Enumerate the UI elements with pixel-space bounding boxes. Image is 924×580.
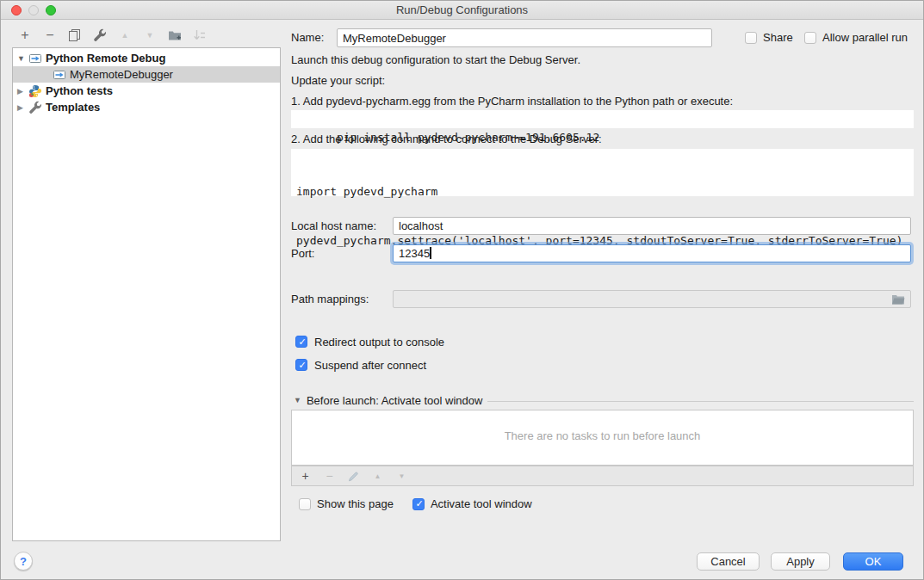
remove-task-button[interactable]: − (324, 470, 335, 482)
tree-item-label: MyRemoteDebugger (70, 68, 173, 81)
move-task-up-button[interactable]: ▲ (372, 470, 383, 482)
share-checkbox[interactable] (745, 32, 757, 44)
suspend-after-connect-checkbox[interactable] (295, 359, 307, 371)
redirect-output-option: Redirect output to console (295, 335, 914, 349)
show-this-page-option: Show this page (299, 497, 394, 510)
step2-text: 2. Add the following command to connect … (291, 133, 602, 146)
update-script-text: Update your script: (291, 74, 385, 88)
before-launch-tasks-list[interactable]: There are no tasks to run before launch (291, 410, 914, 466)
show-this-page-checkbox[interactable] (299, 498, 311, 510)
configuration-form: Name: Share Allow parallel run Launch th… (291, 1, 914, 541)
minimize-window-button[interactable] (28, 5, 39, 15)
move-task-down-button[interactable]: ▼ (396, 470, 407, 482)
close-window-button[interactable] (11, 5, 22, 15)
local-host-input[interactable] (393, 217, 911, 235)
no-tasks-text: There are no tasks to run before launch (505, 429, 701, 446)
path-mappings-input[interactable] (393, 290, 911, 308)
path-mappings-label: Path mappings: (291, 290, 369, 308)
chevron-collapsed-icon[interactable]: ▶ (17, 87, 27, 96)
intro-text: Launch this debug configuration to start… (291, 53, 580, 67)
run-debug-configurations-dialog: Run/Debug Configurations + − ▲ ▼ (0, 0, 924, 580)
configurations-toolbar: + − ▲ ▼ (18, 28, 207, 43)
window-controls (11, 5, 56, 15)
section-divider (487, 401, 914, 402)
move-up-button[interactable]: ▲ (118, 28, 132, 42)
add-configuration-button[interactable]: + (18, 28, 32, 42)
configurations-tree: ▼ Python Remote Debug MyRemoteDebugger (12, 47, 281, 541)
tree-item-myremotedebugger-selected[interactable]: MyRemoteDebugger (13, 66, 280, 83)
browse-folder-icon[interactable] (891, 293, 905, 305)
before-launch-header[interactable]: ▼ Before launch: Activate tool window (291, 393, 914, 407)
cancel-button[interactable]: Cancel (697, 552, 760, 571)
share-option: Share (745, 31, 793, 44)
tree-item-label: Python tests (46, 84, 113, 97)
before-launch-toolbar: + − ▲ ▼ (291, 466, 914, 486)
ok-button[interactable]: OK (843, 552, 903, 571)
move-down-button[interactable]: ▼ (143, 28, 157, 42)
local-host-label: Local host name: (291, 217, 376, 235)
step1-text: 1. Add pydevd-pycharm.egg from the PyCha… (291, 95, 733, 108)
apply-button[interactable]: Apply (771, 552, 830, 571)
tree-item-templates[interactable]: ▶ Templates (13, 99, 280, 115)
activate-tool-window-label: Activate tool window (431, 497, 532, 510)
port-label: Port: (291, 244, 314, 262)
edit-templates-wrench-icon[interactable] (93, 28, 107, 42)
settrace-code-block: import pydevd_pycharm pydevd_pycharm.set… (291, 149, 914, 196)
port-value: 12345 (399, 247, 430, 260)
activate-tool-window-checkbox[interactable] (412, 498, 425, 510)
chevron-collapsed-icon[interactable]: ▶ (17, 103, 27, 112)
allow-parallel-run-checkbox[interactable] (804, 32, 816, 44)
sort-alphabetically-icon[interactable] (193, 28, 207, 42)
redirect-output-label: Redirect output to console (314, 336, 444, 349)
activate-tool-window-option: Activate tool window (412, 497, 532, 510)
name-row: Name: Share Allow parallel run (291, 28, 914, 47)
chevron-expanded-icon[interactable]: ▼ (17, 54, 27, 63)
section-expanded-arrow-icon[interactable]: ▼ (294, 396, 301, 404)
local-host-row: Local host name: (291, 217, 914, 235)
remove-configuration-button[interactable]: − (43, 28, 57, 42)
before-launch-title: Before launch: Activate tool window (307, 394, 483, 407)
edit-task-pencil-icon[interactable] (348, 470, 359, 482)
templates-wrench-icon (28, 101, 42, 114)
python-tests-icon (28, 84, 42, 98)
port-input[interactable]: 12345 (393, 244, 911, 262)
tree-item-python-remote-debug[interactable]: ▼ Python Remote Debug (13, 50, 280, 66)
remote-debug-icon (53, 68, 66, 82)
port-row: Port: 12345 (291, 244, 914, 262)
new-folder-icon[interactable] (168, 28, 182, 42)
tree-item-label: Templates (46, 101, 100, 114)
allow-parallel-run-label: Allow parallel run (822, 31, 908, 44)
add-task-button[interactable]: + (300, 470, 311, 482)
redirect-output-checkbox[interactable] (295, 336, 307, 348)
suspend-after-connect-option: Suspend after connect (295, 358, 914, 372)
suspend-after-connect-label: Suspend after connect (314, 359, 426, 372)
name-label: Name: (291, 28, 324, 47)
allow-parallel-run-option: Allow parallel run (804, 31, 908, 44)
code-line: import pydevd_pycharm (296, 183, 908, 200)
help-question-icon: ? (20, 555, 27, 568)
name-input[interactable] (337, 28, 712, 47)
tree-item-label: Python Remote Debug (46, 52, 165, 65)
copy-configuration-icon[interactable] (68, 28, 82, 42)
path-mappings-row: Path mappings: (291, 290, 914, 308)
pip-install-code-block: pip install pydevd-pycharm~=191.6605.12 (291, 110, 914, 128)
show-this-page-label: Show this page (317, 497, 394, 510)
page-options-row: Show this page Activate tool window (299, 497, 914, 510)
help-button[interactable]: ? (14, 552, 33, 571)
tree-item-python-tests[interactable]: ▶ Python tests (13, 83, 280, 99)
zoom-window-button[interactable] (46, 5, 56, 15)
remote-debug-icon (28, 52, 42, 65)
text-caret (430, 247, 431, 259)
share-label: Share (763, 31, 793, 44)
